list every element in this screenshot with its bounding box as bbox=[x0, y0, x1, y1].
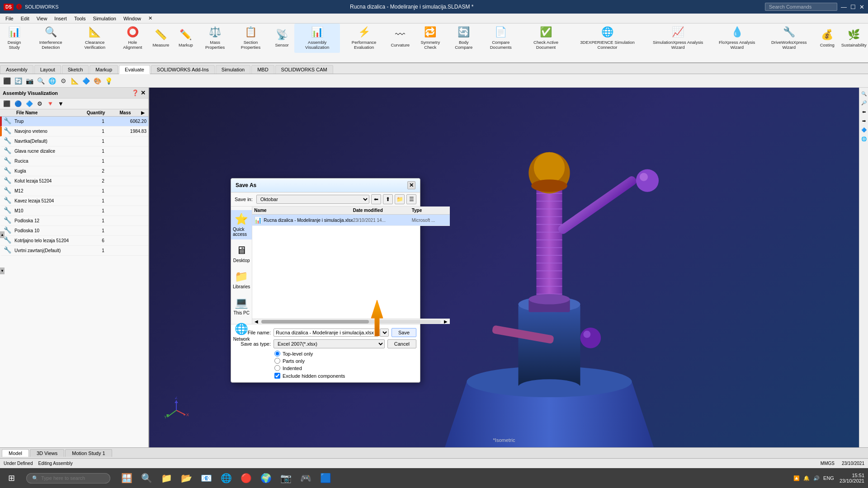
tab-sketch[interactable]: Sketch bbox=[62, 65, 89, 74]
close-button[interactable]: ✕ bbox=[859, 4, 864, 10]
right-panel-btn-2[interactable]: 🔎 bbox=[860, 99, 868, 107]
menu-item-file[interactable]: File bbox=[2, 15, 17, 22]
radio-top-level[interactable]: Top-level only bbox=[274, 351, 416, 357]
tab-evaluate[interactable]: Evaluate bbox=[119, 65, 150, 74]
ribbon-btn-check-active-document[interactable]: ✅Check Active Document bbox=[522, 23, 570, 53]
part-row-13[interactable]: 🔧Uvrtni zavrtanj(Default)1 bbox=[0, 246, 148, 256]
taskbar-search[interactable]: 🔍 bbox=[26, 473, 110, 483]
search-input[interactable] bbox=[765, 3, 837, 11]
ribbon-btn-driveworksxpress[interactable]: 🔧DriveWorksXpress Wizard bbox=[763, 23, 815, 53]
filter-btn-6[interactable]: ▼ bbox=[57, 100, 65, 108]
taskbar-app-0[interactable]: 🪟 bbox=[118, 468, 136, 488]
dialog-up-btn[interactable]: ⬆ bbox=[383, 194, 393, 204]
menu-item-insert[interactable]: Insert bbox=[51, 15, 71, 22]
ribbon-btn-performance-evaluation[interactable]: ⚡Performance Evaluation bbox=[340, 23, 387, 53]
menu-item-view[interactable]: View bbox=[33, 15, 51, 22]
exclude-hidden-checkbox[interactable] bbox=[274, 373, 280, 379]
right-panel-btn-6[interactable]: 🌐 bbox=[860, 135, 868, 143]
filter-btn-5[interactable]: 🔻 bbox=[45, 100, 55, 108]
bottom-tab-3d-views[interactable]: 3D Views bbox=[30, 449, 64, 457]
toolbar-btn-10[interactable]: 💡 bbox=[104, 76, 113, 86]
right-panel-btn-1[interactable]: 🔍 bbox=[860, 89, 868, 98]
ribbon-btn-hole-alignment[interactable]: ⭕Hole Alignment bbox=[117, 23, 148, 53]
toolbar-btn-1[interactable]: ⬛ bbox=[2, 76, 12, 86]
tray-notification-icon[interactable]: 🔔 bbox=[803, 475, 810, 481]
sidebar-item-desktop[interactable]: 🖥Desktop bbox=[231, 241, 252, 266]
part-row-5[interactable]: 🔧Kugla2 bbox=[0, 166, 148, 176]
filter-btn-1[interactable]: ⬛ bbox=[2, 100, 12, 108]
scroll-right-arrow[interactable]: ▶ bbox=[443, 319, 449, 324]
ribbon-btn-design-study[interactable]: 📊Design Study bbox=[0, 23, 28, 53]
ribbon-btn-3dexperience[interactable]: 🌐3DEXPERIENCE Simulation Connector bbox=[570, 23, 645, 53]
ribbon-btn-symmetry-check[interactable]: 🔁Symmetry Check bbox=[413, 23, 448, 53]
ribbon-btn-body-compare[interactable]: 🔄Body Compare bbox=[448, 23, 480, 53]
minimize-button[interactable]: — bbox=[841, 4, 847, 10]
part-row-11[interactable]: 🔧Podloska 101 bbox=[0, 226, 148, 236]
toolbar-btn-8[interactable]: 🔷 bbox=[81, 76, 91, 86]
tray-lang[interactable]: ENG bbox=[823, 475, 834, 481]
file-name-input[interactable] bbox=[274, 328, 378, 337]
tab-simulation[interactable]: Simulation bbox=[216, 65, 250, 74]
sidebar-item-quick-access[interactable]: ⭐Quick access bbox=[231, 210, 252, 239]
taskbar-app-10[interactable]: 🟦 bbox=[316, 468, 335, 488]
toolbar-btn-2[interactable]: 🔄 bbox=[13, 76, 23, 86]
ribbon-btn-sustainability[interactable]: 🌿Sustainability bbox=[840, 23, 868, 53]
menu-item-edit[interactable]: Edit bbox=[17, 15, 33, 22]
toolbar-btn-3[interactable]: 📷 bbox=[24, 76, 34, 86]
toolbar-btn-4[interactable]: 🔍 bbox=[36, 76, 46, 86]
scrollbar-thumb[interactable] bbox=[261, 320, 369, 324]
ribbon-btn-assembly-visualization[interactable]: 📊Assembly Visualization bbox=[294, 23, 340, 53]
ribbon-btn-sensor[interactable]: 📡Sensor bbox=[269, 23, 294, 53]
maximize-button[interactable]: ☐ bbox=[850, 4, 856, 10]
tab-solidworks-add-ins[interactable]: SOLIDWORKS Add-Ins bbox=[151, 65, 215, 74]
taskbar-search-input[interactable] bbox=[41, 475, 104, 481]
taskbar-app-5[interactable]: 🌐 bbox=[217, 468, 235, 488]
part-row-1[interactable]: 🔧Navojno vreteno11984.83 bbox=[0, 127, 148, 136]
right-panel-btn-3[interactable]: ⬅ bbox=[860, 108, 868, 116]
right-panel-btn-5[interactable]: 🔷 bbox=[860, 126, 868, 134]
toolbar-btn-5[interactable]: 🌐 bbox=[47, 76, 57, 86]
cancel-button[interactable]: Cancel bbox=[387, 339, 416, 348]
viewport[interactable]: X Y Z *Isometric Save As ✕ Save in: Okto… bbox=[149, 88, 859, 447]
dialog-back-btn[interactable]: ⬅ bbox=[371, 194, 381, 204]
scroll-left-arrow[interactable]: ◀ bbox=[253, 319, 259, 324]
taskbar-app-9[interactable]: 🎮 bbox=[297, 468, 315, 488]
dialog-view-btn[interactable]: ☰ bbox=[406, 194, 416, 204]
tray-volume-icon[interactable]: 🔊 bbox=[813, 475, 820, 481]
panel-nav-arrow-down[interactable]: ▼ bbox=[0, 267, 5, 274]
ribbon-btn-floXpress[interactable]: 💧FloXpress Analysis Wizard bbox=[711, 23, 763, 53]
ribbon-btn-mass-properties[interactable]: ⚖️Mass Properties bbox=[198, 23, 232, 53]
tab-assembly[interactable]: Assembly bbox=[0, 65, 33, 74]
sidebar-item-libraries[interactable]: 📁Libraries bbox=[231, 267, 252, 292]
part-row-12[interactable]: 🔧Kotrljajno telo lezaja 512046 bbox=[0, 236, 148, 246]
bottom-tab-model[interactable]: Model bbox=[2, 449, 29, 457]
part-row-6[interactable]: 🔧Kolut lezaja 512042 bbox=[0, 176, 148, 186]
right-panel-btn-4[interactable]: ➡ bbox=[860, 117, 868, 125]
filter-btn-2[interactable]: 🔵 bbox=[13, 100, 23, 108]
radio-parts-only[interactable]: Parts only bbox=[274, 358, 416, 364]
file-row-0[interactable]: 📊Rucna dizalica - Modeliranje i simulaci… bbox=[252, 215, 449, 226]
sidebar-item-this-pc[interactable]: 💻This PC bbox=[231, 294, 252, 318]
menu-item-window[interactable]: Window bbox=[120, 15, 145, 22]
toolbar-btn-7[interactable]: 📐 bbox=[70, 76, 80, 86]
tab-mbd[interactable]: MBD bbox=[251, 65, 274, 74]
menu-item-simulation[interactable]: Simulation bbox=[90, 15, 120, 22]
tab-markup[interactable]: Markup bbox=[90, 65, 118, 74]
radio-top-level-input[interactable] bbox=[274, 351, 280, 357]
save-button[interactable]: Save bbox=[392, 328, 416, 337]
panel-close-icon[interactable]: ✕ bbox=[141, 89, 146, 96]
ribbon-btn-measure[interactable]: 📏Measure bbox=[148, 23, 173, 53]
radio-indented[interactable]: Indented bbox=[274, 365, 416, 371]
radio-indented-input[interactable] bbox=[274, 365, 280, 371]
part-row-4[interactable]: 🔧Rucica1 bbox=[0, 156, 148, 166]
radio-parts-only-input[interactable] bbox=[274, 358, 280, 364]
tab-layout[interactable]: Layout bbox=[34, 65, 61, 74]
save-in-dropdown[interactable]: Oktobar bbox=[256, 195, 369, 204]
taskbar-app-6[interactable]: 🔴 bbox=[237, 468, 255, 488]
filter-btn-3[interactable]: 🔷 bbox=[24, 100, 34, 108]
part-row-8[interactable]: 🔧Kavez lezaja 512041 bbox=[0, 196, 148, 206]
taskbar-app-4[interactable]: 📧 bbox=[197, 468, 215, 488]
part-row-0[interactable]: 🔧Trup16062.20 bbox=[0, 117, 148, 127]
ribbon-btn-compare-documents[interactable]: 📄Compare Documents bbox=[480, 23, 523, 53]
menu-item-tools[interactable]: Tools bbox=[71, 15, 90, 22]
